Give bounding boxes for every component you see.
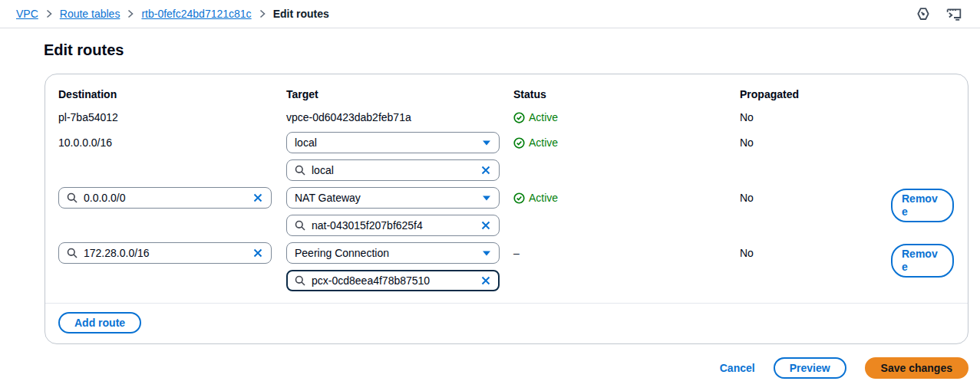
target-search-input-wrap [286,215,500,236]
magnifier-icon [67,248,78,258]
column-header-destination: Destination [58,88,286,101]
remove-route-button[interactable]: Remove [891,189,954,222]
caret-down-icon [482,140,491,146]
destination-input[interactable] [84,247,246,259]
magnifier-icon [295,275,305,286]
column-header-status: Status [513,88,740,101]
target-search-input[interactable] [312,274,474,287]
target-type-select[interactable]: Peering Connection [286,242,500,264]
clear-x-icon[interactable] [480,165,491,176]
breadcrumb-bar: VPC Route tables rtb-0fefc24bd7121c81c E… [0,0,980,28]
target-type-selected: local [295,136,317,149]
target-type-select[interactable]: NAT Gateway [286,187,500,209]
status-badge: Active [513,187,740,209]
topbar-icons [916,6,962,21]
magnifier-icon [67,192,78,203]
chevron-right-icon [45,9,53,18]
destination-input[interactable] [84,192,246,204]
table-row: NAT Gateway Active No Remove [58,187,952,236]
destination-input-wrap [58,242,272,264]
check-circle-icon [513,112,525,123]
caret-down-icon [482,250,491,257]
table-header-row: Destination Target Status Propagated [58,88,952,101]
status-value: – [513,242,740,264]
column-header-target: Target [286,88,513,101]
chevron-right-icon [259,9,266,18]
propagated-value: No [740,187,891,209]
check-circle-icon [513,192,525,204]
target-search-input-wrap [286,270,500,291]
destination-input-wrap [58,187,272,209]
save-changes-button[interactable]: Save changes [865,357,968,379]
page-actions: Cancel Preview Save changes [45,357,968,379]
preview-button[interactable]: Preview [774,357,846,379]
breadcrumb-link-route-tables[interactable]: Route tables [60,8,120,20]
card-footer: Add route [45,303,968,343]
add-route-button[interactable]: Add route [58,312,141,334]
target-type-selected: NAT Gateway [295,192,361,204]
destination-value: 10.0.0.0/16 [58,132,286,153]
edit-routes-card: Destination Target Status Propagated pl-… [45,74,968,344]
column-header-propagated: Propagated [740,88,891,101]
cancel-button[interactable]: Cancel [720,362,755,374]
chevron-right-icon [127,9,134,18]
target-type-selected: Peering Connection [295,247,389,259]
clear-x-icon[interactable] [252,248,263,258]
propagated-value: No [740,110,891,124]
page-title: Edit routes [44,41,980,59]
clear-x-icon[interactable] [480,275,491,286]
table-row: 10.0.0.0/16 local Active No [58,132,952,181]
breadcrumb: VPC Route tables rtb-0fefc24bd7121c81c E… [16,8,916,20]
status-badge: Active [513,110,740,124]
propagated-value: No [740,132,891,153]
caret-down-icon [482,195,491,202]
breadcrumb-link-route-table-id[interactable]: rtb-0fefc24bd7121c81c [141,8,251,20]
clear-x-icon[interactable] [252,192,263,203]
cloudshell-terminal-icon[interactable] [946,6,962,21]
destination-value: pl-7ba54012 [58,110,286,124]
breadcrumb-current: Edit routes [273,8,329,20]
breadcrumb-link-vpc[interactable]: VPC [16,8,38,20]
magnifier-icon [295,220,305,231]
propagated-value: No [740,242,891,264]
magnifier-icon [295,165,305,176]
clock-hexagon-icon[interactable] [916,6,931,21]
remove-route-button[interactable]: Remove [891,244,954,278]
table-row: pl-7ba54012 vpce-0d60423dab2feb71a Activ… [58,110,952,124]
target-type-select[interactable]: local [286,132,500,153]
status-badge: Active [513,132,740,153]
clear-x-icon[interactable] [480,220,491,231]
check-circle-icon [513,137,525,149]
table-row: Peering Connection – No Remove [58,242,952,291]
target-value: vpce-0d60423dab2feb71a [286,110,513,124]
target-search-input-wrap [286,159,500,181]
target-search-input[interactable] [312,219,474,232]
target-search-input[interactable] [312,164,474,176]
